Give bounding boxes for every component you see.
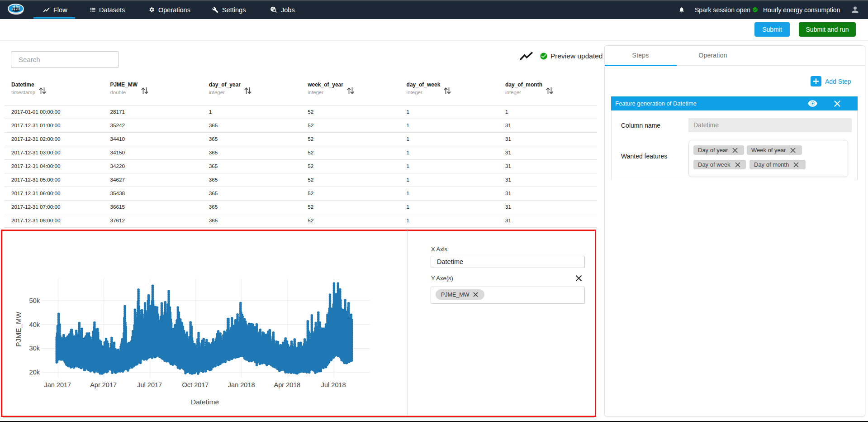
svg-text:PJME_MW: PJME_MW — [14, 312, 22, 347]
svg-text:40k: 40k — [29, 321, 40, 328]
svg-text:20k: 20k — [29, 369, 40, 376]
svg-text:Apr 2018: Apr 2018 — [274, 381, 301, 388]
svg-text:Oct 2017: Oct 2017 — [182, 381, 209, 388]
svg-text:Datetime: Datetime — [191, 398, 219, 406]
svg-text:Jan 2017: Jan 2017 — [44, 381, 71, 388]
svg-text:30k: 30k — [29, 345, 40, 352]
svg-text:Jan 2018: Jan 2018 — [228, 381, 255, 388]
svg-text:50k: 50k — [29, 297, 40, 304]
svg-text:Apr 2017: Apr 2017 — [90, 381, 117, 388]
svg-text:Jul 2017: Jul 2017 — [137, 381, 162, 388]
svg-text:Jul 2018: Jul 2018 — [321, 381, 346, 388]
